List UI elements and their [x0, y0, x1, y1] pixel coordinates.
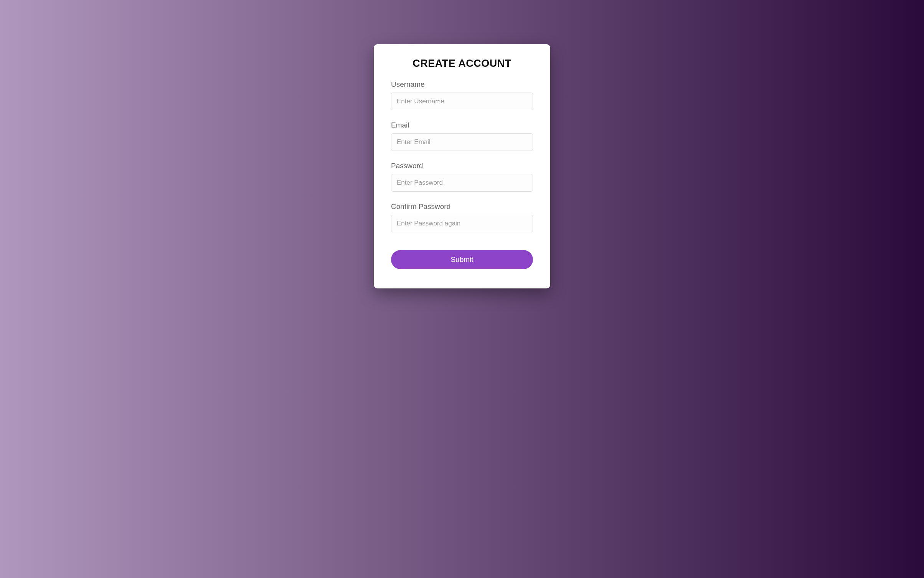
confirm-password-group: Confirm Password: [391, 202, 533, 232]
email-group: Email: [391, 121, 533, 151]
username-label: Username: [391, 80, 533, 89]
email-input[interactable]: [391, 133, 533, 151]
submit-button[interactable]: Submit: [391, 250, 533, 269]
password-input[interactable]: [391, 174, 533, 192]
card-title: CREATE ACCOUNT: [391, 58, 533, 70]
password-group: Password: [391, 162, 533, 192]
username-input[interactable]: [391, 93, 533, 110]
confirm-password-input[interactable]: [391, 215, 533, 232]
confirm-password-label: Confirm Password: [391, 202, 533, 211]
username-group: Username: [391, 80, 533, 110]
email-label: Email: [391, 121, 533, 129]
create-account-card: CREATE ACCOUNT Username Email Password C…: [374, 44, 550, 288]
password-label: Password: [391, 162, 533, 170]
